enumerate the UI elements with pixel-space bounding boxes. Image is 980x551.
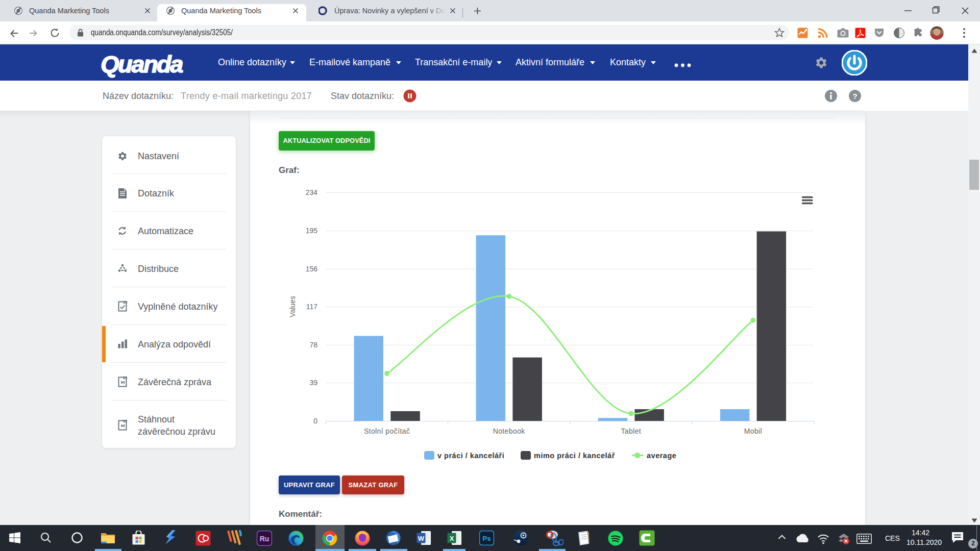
svg-text:Mobil: Mobil — [744, 427, 762, 435]
svg-text:156: 156 — [306, 265, 318, 273]
svg-text:W: W — [418, 535, 425, 542]
svg-text:?: ? — [852, 92, 857, 101]
svg-text:0: 0 — [313, 417, 317, 425]
svg-text:39: 39 — [309, 379, 317, 387]
svg-text:78: 78 — [309, 341, 317, 349]
svg-text:Tablet: Tablet — [621, 427, 641, 435]
svg-text:Notebook: Notebook — [493, 427, 526, 435]
svg-text:Ps: Ps — [483, 535, 491, 542]
svg-text:X: X — [450, 535, 454, 542]
svg-text:Stolní počítač: Stolní počítač — [364, 427, 410, 435]
svg-text:117: 117 — [306, 303, 318, 311]
svg-text:234: 234 — [306, 188, 318, 196]
svg-text:mimo práci / kancelář: mimo práci / kancelář — [534, 452, 615, 460]
svg-text:Ru: Ru — [260, 535, 270, 543]
svg-text:average: average — [647, 452, 676, 460]
svg-text:195: 195 — [306, 227, 318, 235]
svg-text:v práci / kanceláři: v práci / kanceláři — [437, 452, 504, 460]
svg-text:Values: Values — [288, 296, 297, 317]
